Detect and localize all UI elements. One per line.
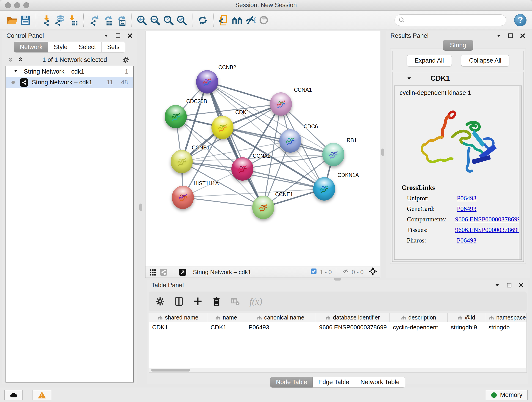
network-node-ccne1[interactable] [252,196,274,219]
tab-sets[interactable]: Sets [102,42,125,52]
crosslink-link[interactable]: 9606.ENSP00000378699 [455,226,520,234]
table-row[interactable]: CDK1CDK1P064939606.ENSP00000378699cyclin… [149,322,526,332]
collapse-all-button[interactable]: Collapse All [461,55,509,66]
crosslink-link[interactable]: P06493 [457,205,476,212]
save-button[interactable] [19,13,32,27]
maximize-window-button[interactable] [23,2,29,8]
document-network-button[interactable] [217,13,230,27]
hidden-eye-icon[interactable] [342,268,349,276]
export-table-button[interactable] [101,13,114,27]
warnings-button[interactable] [32,390,51,400]
column-header-shared-name[interactable]: shared name [149,313,207,322]
tab-edge-table[interactable]: Edge Table [313,377,355,388]
delete-column-icon[interactable] [212,297,221,306]
show-columns-icon[interactable] [174,297,184,306]
close-window-button[interactable] [5,2,11,8]
import-table-button[interactable] [66,13,80,27]
crosslink-label: Tissues: [407,226,455,234]
expand-all-networks-icon[interactable] [7,56,14,63]
network-options-gear-icon[interactable] [122,56,129,63]
crosslink-link[interactable]: P06493 [457,195,476,202]
float-panel-icon[interactable] [508,33,514,39]
network-collection-row[interactable]: String Network – cdk1 1 [6,66,133,77]
detach-view-icon[interactable] [179,268,186,276]
network-thumbnail-icon[interactable] [160,268,167,276]
table-options-gear-icon[interactable] [156,297,165,306]
column-header--id[interactable]: @id [448,313,485,322]
left-splitter-handle[interactable] [139,204,142,211]
memory-button[interactable]: Memory [486,390,528,400]
collapse-all-networks-icon[interactable] [17,56,24,63]
network-node-hist1h1a[interactable] [172,186,194,209]
zoom-fit-button[interactable] [162,13,175,27]
network-edge[interactable] [207,82,281,104]
tab-style[interactable]: Style [48,42,73,52]
network-node-rb1[interactable] [322,143,344,166]
panel-menu-icon[interactable] [494,282,500,288]
network-node-cdc6[interactable] [279,129,301,153]
crosslink-link[interactable]: 9606.ENSP00000378699 [455,216,520,223]
import-network-button[interactable] [40,13,53,27]
birdseye-icon[interactable] [369,267,377,277]
network-row[interactable]: String Network – cdk1 11 48 [6,77,133,88]
column-header-description[interactable]: description [390,313,448,322]
tab-network[interactable]: Network [14,42,48,52]
close-panel-icon[interactable] [520,33,526,39]
zoom-in-button[interactable] [135,13,148,27]
network-node-cdc25b[interactable] [165,105,187,128]
grid-view-icon[interactable] [149,268,157,276]
scrollbar-thumb[interactable] [151,369,190,371]
cdk1-section-header[interactable]: CDK1 [393,72,524,85]
network-label: String Network – cdk1 [32,79,92,86]
collection-expand-icon[interactable] [13,68,18,75]
network-node-cdk1[interactable] [211,116,234,139]
crosslink-link[interactable]: P06493 [457,237,476,244]
network-edge[interactable] [207,82,263,207]
float-panel-icon[interactable] [115,33,121,39]
table-horizontal-scrollbar[interactable] [149,368,527,373]
column-header-namespace[interactable]: namespace [485,313,527,322]
right-splitter-handle[interactable] [381,148,384,156]
title-bar: Session: New Session [0,0,532,11]
zoom-out-button[interactable] [148,13,162,27]
close-panel-icon[interactable] [518,282,524,288]
network-node-cdkn1a[interactable] [313,177,335,201]
tab-select[interactable]: Select [73,42,101,52]
refresh-button[interactable] [196,13,209,27]
network-canvas[interactable]: CCNB2 CCNA1 CDC25B CDK1 CDC6 RB1 [146,31,380,267]
expand-all-button[interactable]: Expand All [407,55,452,66]
open-folder-button[interactable] [6,13,19,27]
column-header-canonical-name[interactable]: canonical name [245,313,316,322]
network-node-ccna2[interactable] [231,157,253,181]
column-header-name[interactable]: name [207,313,245,322]
tab-network-table[interactable]: Network Table [355,377,405,388]
network-node-ccna1[interactable] [270,92,292,116]
results-vertical-scrollbar[interactable] [519,86,521,259]
export-network-button[interactable] [88,13,101,27]
float-panel-icon[interactable] [506,282,512,288]
network-edge[interactable] [183,197,263,207]
tab-string[interactable]: String [443,40,473,51]
search-box[interactable] [394,14,506,26]
binoculars-button[interactable] [230,13,244,27]
minimize-window-button[interactable] [14,2,20,8]
search-input[interactable] [408,17,502,24]
create-column-icon[interactable] [193,297,202,306]
zoom-selected-button[interactable] [175,13,188,27]
panel-menu-icon[interactable] [103,33,109,39]
selected-checkbox-icon[interactable] [310,268,317,276]
section-collapse-icon[interactable] [406,75,412,81]
cloud-button[interactable] [4,390,23,400]
show-eye-button[interactable] [257,13,270,27]
tab-node-table[interactable]: Node Table [270,377,313,388]
column-header-database-identifier[interactable]: database identifier [316,313,390,322]
close-panel-icon[interactable] [127,33,133,39]
import-database-button[interactable] [53,13,66,27]
horizontal-splitter-handle[interactable] [334,278,341,281]
network-node-ccnb1[interactable] [171,150,193,173]
export-image-button[interactable] [114,13,127,27]
network-node-ccnb2[interactable] [196,70,218,94]
help-button[interactable]: ? [514,14,526,26]
panel-menu-icon[interactable] [496,33,502,39]
hide-eye-button[interactable] [244,13,257,27]
